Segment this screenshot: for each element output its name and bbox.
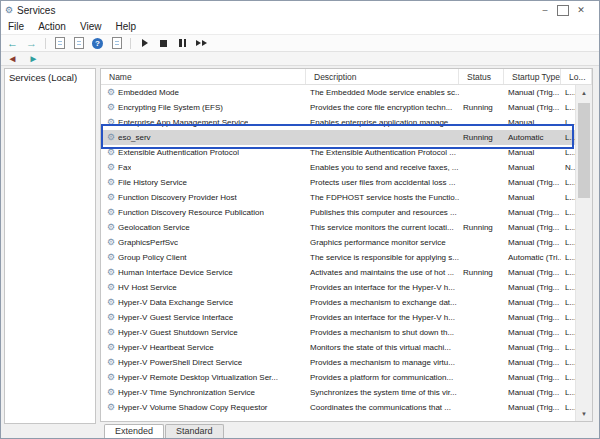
column-header-status[interactable]: Status (459, 69, 504, 84)
table-row[interactable]: ⚙ Function Discovery Provider Host The F… (101, 190, 575, 205)
table-row[interactable]: ⚙ Hyper-V Volume Shadow Copy Requestor C… (101, 400, 575, 415)
cell-startup: Manual (504, 163, 561, 172)
table-row[interactable]: ⚙ Hyper-V Time Synchronization Service S… (101, 385, 575, 400)
cell-startup: Manual (Trig... (504, 283, 561, 292)
table-row[interactable]: ⚙ Function Discovery Resource Publicatio… (101, 205, 575, 220)
table-row[interactable]: ⚙ Hyper-V Heartbeat Service Monitors the… (101, 340, 575, 355)
cell-name: Enterprise App Management Service (118, 118, 248, 127)
cell-startup: Manual (Trig... (504, 373, 561, 382)
service-gear-icon: ⚙ (107, 253, 115, 262)
restart-service-icon[interactable] (193, 36, 210, 50)
cell-description: Provides an interface for the Hyper-V h.… (306, 283, 459, 292)
toolbar: ← → ? (1, 35, 599, 52)
table-row[interactable]: ⚙ Hyper-V Data Exchange Service Provides… (101, 295, 575, 310)
cell-description: Graphics performance monitor service (306, 238, 459, 247)
cell-startup: Manual (Trig... (504, 238, 561, 247)
service-gear-icon: ⚙ (107, 283, 115, 292)
tab-standard[interactable]: Standard (165, 424, 224, 438)
pause-service-icon[interactable] (174, 36, 191, 50)
table-row[interactable]: ⚙ Hyper-V Guest Service Interface Provid… (101, 310, 575, 325)
back-arrow-icon[interactable]: ← (4, 36, 21, 50)
nav-back-arrow-icon[interactable]: ◄ (4, 52, 21, 66)
menu-file[interactable]: File (1, 21, 31, 32)
column-header-description[interactable]: Description (306, 69, 459, 84)
cell-startup: Automatic (504, 133, 561, 142)
cell-logon: L... (561, 343, 575, 352)
properties-icon[interactable] (108, 36, 125, 50)
maximize-button-icon[interactable] (557, 5, 569, 16)
cell-name: Hyper-V Data Exchange Service (118, 298, 233, 307)
cell-startup: Manual (Trig... (504, 328, 561, 337)
cell-status: Running (459, 133, 504, 142)
table-row[interactable]: ⚙ HV Host Service Provides an interface … (101, 280, 575, 295)
table-row[interactable]: ⚙ File History Service Protects user fil… (101, 175, 575, 190)
close-button-icon[interactable]: ✕ (575, 5, 587, 16)
table-row[interactable]: ⚙ eso_serv Running Automatic L... (101, 130, 575, 145)
table-row[interactable]: ⚙ Fax Enables you to send and receive fa… (101, 160, 575, 175)
content-area: Services (Local) Name Description Status… (1, 66, 599, 438)
cell-name: File History Service (118, 178, 187, 187)
nav-toolbar: ◄ ► (1, 52, 599, 66)
services-panel: Name Description Status Startup Type Lo.… (100, 68, 593, 438)
column-header-logon[interactable]: Lo... (561, 69, 592, 84)
table-row[interactable]: ⚙ Group Policy Client The service is res… (101, 250, 575, 265)
forward-arrow-icon[interactable]: → (23, 36, 40, 50)
stop-service-icon[interactable] (155, 36, 172, 50)
cell-logon: L... (561, 388, 575, 397)
services-listview: Name Description Status Startup Type Lo.… (100, 68, 593, 422)
show-console-tree-icon[interactable] (51, 36, 68, 50)
cell-logon: L... (561, 328, 575, 337)
services-app-icon: ⚙ (5, 5, 13, 15)
cell-name: Group Policy Client (118, 253, 186, 262)
cell-logon: L... (561, 253, 575, 262)
scroll-down-icon[interactable]: ▼ (576, 406, 592, 421)
console-tree-panel: Services (Local) (4, 68, 96, 424)
cell-startup: Manual (Trig... (504, 343, 561, 352)
table-row[interactable]: ⚙ Embedded Mode The Embedded Mode servic… (101, 85, 575, 100)
menu-help[interactable]: Help (108, 21, 143, 32)
cell-name: Hyper-V Time Synchronization Service (118, 388, 255, 397)
minimize-button-icon[interactable]: – (539, 5, 551, 16)
nav-forward-arrow-icon[interactable]: ► (25, 52, 42, 66)
service-gear-icon: ⚙ (107, 358, 115, 367)
table-row[interactable]: ⚙ Extensible Authentication Protocol The… (101, 145, 575, 160)
start-service-icon[interactable] (136, 36, 153, 50)
table-row[interactable]: ⚙ Human Interface Device Service Activat… (101, 265, 575, 280)
service-gear-icon: ⚙ (107, 118, 115, 127)
scroll-up-icon[interactable]: ▲ (576, 85, 592, 100)
window-title: Services (17, 5, 539, 16)
export-list-icon[interactable] (70, 36, 87, 50)
cell-logon: L... (561, 358, 575, 367)
table-row[interactable]: ⚙ Enterprise App Management Service Enab… (101, 115, 575, 130)
table-row[interactable]: ⚙ Hyper-V Guest Shutdown Service Provide… (101, 325, 575, 340)
cell-description: This service monitors the current locati… (306, 223, 459, 232)
table-row[interactable]: ⚙ Hyper-V Remote Desktop Virtualization … (101, 370, 575, 385)
cell-name: Hyper-V Heartbeat Service (118, 343, 214, 352)
help-icon[interactable]: ? (89, 36, 106, 50)
cell-startup: Manual (504, 148, 561, 157)
column-header-startup-type[interactable]: Startup Type (504, 69, 561, 84)
service-gear-icon: ⚙ (107, 103, 115, 112)
tab-extended[interactable]: Extended (104, 424, 164, 438)
cell-status: Running (459, 103, 504, 112)
table-row[interactable]: ⚙ GraphicsPerfSvc Graphics performance m… (101, 235, 575, 250)
table-row[interactable]: ⚙ Geolocation Service This service monit… (101, 220, 575, 235)
cell-startup: Manual (Trig... (504, 388, 561, 397)
cell-description: Enables you to send and receive faxes, .… (306, 163, 459, 172)
toolbar-separator (45, 38, 46, 49)
cell-logon: L... (561, 238, 575, 247)
menu-action[interactable]: Action (31, 21, 73, 32)
cell-logon: L... (561, 298, 575, 307)
service-gear-icon: ⚙ (107, 238, 115, 247)
column-header-name[interactable]: Name (101, 69, 306, 84)
table-row[interactable]: ⚙ Hyper-V PowerShell Direct Service Prov… (101, 355, 575, 370)
table-row[interactable]: ⚙ Encrypting File System (EFS) Provides … (101, 100, 575, 115)
scrollbar-thumb[interactable] (578, 103, 590, 198)
vertical-scrollbar[interactable]: ▲ ▼ (575, 85, 592, 421)
sidebar-item-services-local[interactable]: Services (Local) (9, 72, 77, 83)
title-bar: ⚙ Services – ✕ (1, 1, 599, 19)
menu-view[interactable]: View (73, 21, 109, 32)
cell-description: Enables enterprise application manage... (306, 118, 459, 127)
cell-startup: Manual (Trig... (504, 268, 561, 277)
table-header: Name Description Status Startup Type Lo.… (101, 69, 592, 85)
